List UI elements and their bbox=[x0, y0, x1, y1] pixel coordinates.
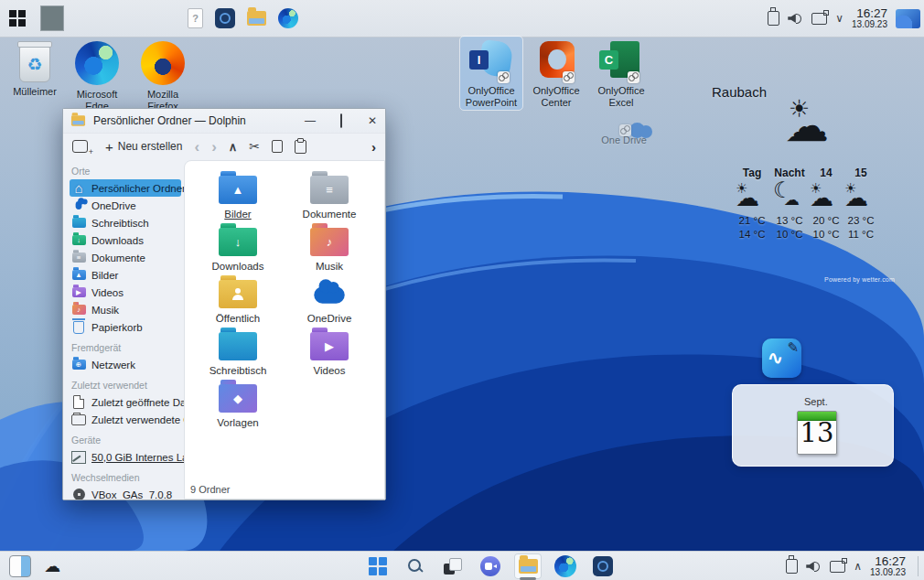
paste-button[interactable] bbox=[295, 140, 306, 154]
volume-icon[interactable] bbox=[806, 560, 822, 573]
moon-cloud-icon: ☾ ☁ bbox=[769, 181, 810, 212]
pictures-folder-icon: ▲ bbox=[219, 176, 257, 204]
folder-shape: ⊕ bbox=[72, 360, 86, 370]
cloud-icon: ☁ bbox=[785, 104, 829, 148]
taskbar: ☁ ∧ 16:27 13.09.23 bbox=[0, 551, 924, 580]
cloud-sync-icon[interactable]: ☁ bbox=[44, 558, 60, 575]
desktop-icon-firefox[interactable]: Mozilla Firefox bbox=[132, 38, 194, 113]
folder-item-downloads[interactable]: ↓ Downloads bbox=[207, 222, 269, 272]
maximize-button[interactable] bbox=[336, 115, 347, 126]
new-create-button[interactable]: + Neu erstellen bbox=[105, 139, 182, 155]
desktop-icon-onlyoffice-powerpoint[interactable]: I OnlyOffice PowerPoint bbox=[460, 37, 522, 110]
sidebar-item-network[interactable]: ⊕ Netzwerk bbox=[70, 356, 182, 373]
ink-app-icon[interactable]: ∿ ✎ bbox=[762, 338, 801, 378]
sidebar-item-recent-locations[interactable]: Zuletzt verwendete Orte bbox=[70, 411, 182, 428]
split-view-button[interactable] bbox=[72, 140, 88, 153]
display-icon[interactable] bbox=[811, 13, 827, 25]
sidebar-item-onedrive[interactable]: OneDrive bbox=[70, 197, 182, 214]
folder-item-dokumente[interactable]: ≡ Dokumente bbox=[298, 170, 360, 220]
file-manager-icon[interactable] bbox=[247, 11, 266, 26]
wallpaper-preview[interactable] bbox=[896, 9, 920, 28]
section-title: Geräte bbox=[71, 435, 182, 446]
settings-app-icon bbox=[593, 556, 613, 576]
temp-high: 13 °C bbox=[769, 215, 810, 226]
temp-high: 21 °C bbox=[732, 215, 772, 226]
desktop-icon-onedrive[interactable]: One Drive bbox=[593, 119, 655, 148]
display-icon[interactable] bbox=[830, 561, 845, 573]
temp-low: 10 °C bbox=[769, 229, 810, 240]
onlyoffice-center-icon bbox=[532, 39, 580, 81]
folder-item-oeffentlich[interactable]: Öffentlich bbox=[207, 274, 269, 324]
toolbar-overflow-button[interactable]: › bbox=[371, 139, 376, 155]
close-button[interactable]: ✕ bbox=[367, 115, 378, 126]
sidebar-item-vbox-media[interactable]: VBox_GAs_7.0.8 bbox=[70, 486, 182, 499]
chat-button[interactable] bbox=[477, 553, 504, 579]
forward-button[interactable]: › bbox=[211, 139, 217, 155]
tray-expand-chevron-icon[interactable]: ∧ bbox=[854, 561, 862, 572]
start-button[interactable] bbox=[364, 553, 392, 579]
search-button[interactable] bbox=[402, 553, 429, 579]
virtual-desktop-pager[interactable] bbox=[40, 5, 64, 31]
edge-task[interactable] bbox=[552, 553, 579, 579]
weather-widget[interactable]: Raubach ☀ ☁ Tag ☀ ☁ 21 °C 14 °C Nacht ☾ … bbox=[704, 81, 915, 291]
sidebar-item-internal-drive[interactable]: 50,0 GiB Internes Lauf... bbox=[70, 448, 182, 466]
sidebar-item-documents[interactable]: ≡ Dokumente bbox=[70, 249, 182, 266]
folder-label: Dokumente bbox=[303, 209, 357, 220]
sidebar-item-desktop[interactable]: Schreibtisch bbox=[70, 214, 182, 231]
usb-device-icon[interactable] bbox=[786, 559, 798, 574]
folder-item-bilder[interactable]: ▲ Bilder bbox=[207, 170, 269, 220]
sidebar-item-trash[interactable]: Papierkorb bbox=[70, 318, 182, 336]
show-desktop-button[interactable] bbox=[918, 556, 919, 576]
sidebar-item-home[interactable]: ⌂ Persönlicher Ordner bbox=[70, 179, 181, 197]
cut-button[interactable]: ✂ bbox=[249, 139, 260, 154]
sidebar-item-music[interactable]: ♪ Musik bbox=[70, 301, 182, 318]
music-folder-icon: ♪ bbox=[71, 305, 86, 315]
section-title: Orte bbox=[71, 166, 182, 177]
sidebar-item-pictures[interactable]: ▲ Bilder bbox=[70, 266, 182, 284]
copy-button[interactable] bbox=[272, 140, 283, 153]
folder-item-onedrive[interactable]: OneDrive bbox=[298, 274, 360, 324]
widgets-panel-icon[interactable] bbox=[9, 555, 31, 577]
titlebar[interactable]: Persönlicher Ordner — Dolphin — ✕ bbox=[63, 109, 385, 134]
documents-folder-icon: ≡ bbox=[71, 252, 86, 263]
up-button[interactable]: ∧ bbox=[229, 141, 238, 153]
settings-task[interactable] bbox=[589, 553, 617, 579]
panel-clock[interactable]: 16:27 13.09.23 bbox=[852, 7, 887, 30]
folder-item-videos[interactable]: ▶ Videos bbox=[298, 327, 360, 376]
back-button[interactable]: ‹ bbox=[194, 139, 199, 155]
taskbar-clock[interactable]: 16:27 13.09.23 bbox=[870, 555, 906, 578]
downloads-folder-icon: ↓ bbox=[71, 235, 86, 245]
powerpoint-letter: I bbox=[469, 50, 489, 70]
wave-icon: ∿ bbox=[768, 347, 783, 369]
folder-item-schreibtisch[interactable]: Schreibtisch bbox=[207, 327, 269, 376]
folder-item-vorlagen[interactable]: ◆ Vorlagen bbox=[207, 379, 269, 428]
calendar-widget[interactable]: Sept. 13 bbox=[732, 384, 894, 467]
task-view-icon bbox=[444, 558, 462, 575]
usb-device-icon[interactable] bbox=[768, 11, 779, 26]
sidebar-item-recent-files[interactable]: Zuletzt geöffnete Date... bbox=[70, 393, 182, 411]
toolbar: + Neu erstellen ‹ › ∧ ✂ › bbox=[63, 133, 385, 160]
file-manager-task[interactable] bbox=[514, 553, 542, 579]
optical-disc-icon bbox=[71, 489, 86, 499]
tray-expand-chevron-icon[interactable]: ∨ bbox=[835, 13, 843, 24]
desktop-icon-onlyoffice-excel[interactable]: C OnlyOffice Excel bbox=[590, 37, 652, 110]
onedrive-cloud-icon bbox=[314, 286, 344, 303]
edge-browser-icon[interactable] bbox=[278, 8, 298, 28]
desktop-icon-onlyoffice-center[interactable]: OnlyOffice Center bbox=[525, 37, 587, 110]
volume-icon[interactable] bbox=[788, 12, 803, 25]
calendar-day: 13 bbox=[798, 419, 836, 448]
minimize-button[interactable]: — bbox=[305, 115, 316, 126]
task-view-button[interactable] bbox=[439, 553, 467, 579]
app-launcher-icon[interactable] bbox=[9, 10, 16, 17]
desktop-icon-edge[interactable]: Microsoft Edge bbox=[66, 38, 128, 113]
top-panel: ? ∨ 16:27 13.09.23 bbox=[0, 0, 924, 38]
folder-item-musik[interactable]: ♪ Musik bbox=[298, 222, 360, 272]
sidebar-item-videos[interactable]: ▶ Videos bbox=[70, 284, 182, 301]
folder-view[interactable]: ▲ Bilder ≡ Dokumente ↓ Downloads ♪ Musik… bbox=[184, 160, 385, 499]
sidebar-item-downloads[interactable]: ↓ Downloads bbox=[70, 231, 182, 249]
help-icon[interactable]: ? bbox=[188, 8, 203, 28]
desktop-icon-trash[interactable]: ♻ Mülleimer bbox=[4, 38, 66, 100]
weather-watermark: Powered by wetter.com bbox=[824, 276, 895, 283]
cloud-shape bbox=[76, 201, 82, 209]
settings-app-icon[interactable] bbox=[215, 8, 235, 28]
